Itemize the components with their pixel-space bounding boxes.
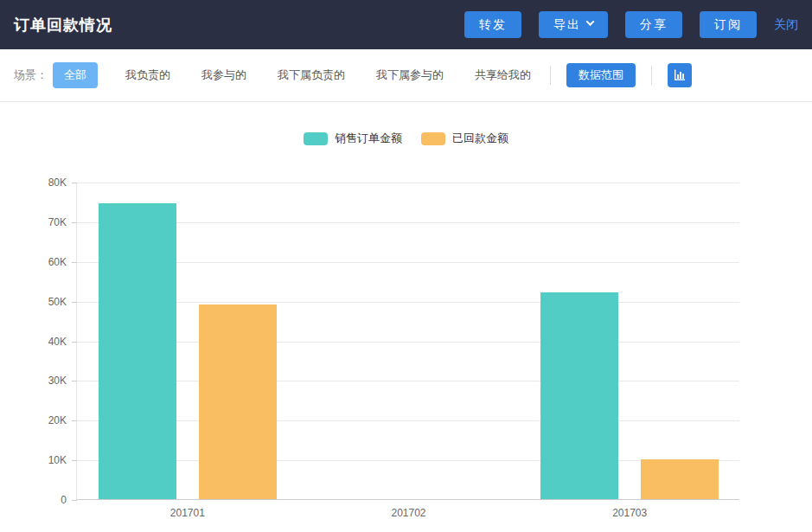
legend-item-received-amount[interactable]: 已回款金额 [421, 131, 508, 146]
scene-tab-3[interactable]: 我下属负责的 [274, 62, 348, 88]
chart-panel: 销售订单金额 已回款金额 010K20K30K40K50K60K70K80K20… [0, 102, 812, 532]
page-title: 订单回款情况 [14, 15, 112, 35]
gridline [77, 342, 739, 343]
gridline [77, 183, 739, 183]
y-axis-tick [72, 381, 77, 381]
gridline [77, 222, 739, 223]
x-axis-label: 201701 [170, 507, 205, 519]
legend-label: 销售订单金额 [335, 131, 402, 146]
forward-button-label: 转发 [479, 17, 507, 33]
bar-201701-received[interactable] [199, 304, 277, 499]
y-axis-label: 60K [48, 256, 67, 268]
y-axis-label: 40K [48, 336, 67, 348]
x-axis-label: 201703 [612, 507, 647, 519]
legend-label: 已回款金额 [452, 131, 508, 146]
bar-chart: 010K20K30K40K50K60K70K80K201701201702201… [76, 183, 739, 500]
y-axis-label: 70K [48, 216, 67, 228]
y-axis-tick [72, 222, 77, 223]
export-button-label: 导出 [553, 17, 581, 33]
scene-tabs: 全部我负责的我参与的我下属负责的我下属参与的共享给我的 [53, 62, 534, 88]
scene-tab-4[interactable]: 我下属参与的 [373, 62, 447, 88]
y-axis-tick [72, 262, 77, 263]
legend-swatch-teal [304, 132, 328, 145]
gridline [77, 302, 739, 303]
export-button[interactable]: 导出 [539, 11, 608, 38]
share-button[interactable]: 分享 [625, 11, 682, 38]
report-window: 订单回款情况 转发 导出 分享 订阅 关闭 场景： 全部我负责的我参与的我下属负… [0, 0, 812, 532]
scene-tab-5[interactable]: 共享给我的 [471, 62, 534, 88]
subscribe-button[interactable]: 订阅 [700, 11, 757, 38]
bar-201701-sales-order[interactable] [99, 203, 176, 499]
chevron-down-icon [586, 17, 595, 26]
bar-chart-icon [673, 68, 687, 82]
y-axis-tick [72, 342, 77, 343]
legend-item-sales-order-amount[interactable]: 销售订单金额 [304, 131, 402, 146]
y-axis-tick [72, 460, 77, 461]
forward-button[interactable]: 转发 [464, 11, 521, 38]
scene-tab-2[interactable]: 我参与的 [198, 62, 250, 88]
data-range-button[interactable]: 数据范围 [566, 63, 636, 87]
bar-201703-received[interactable] [641, 459, 719, 499]
divider [651, 66, 652, 85]
chart-type-button[interactable] [668, 63, 692, 87]
y-axis-label: 0 [61, 494, 67, 506]
y-axis-tick [72, 183, 77, 183]
close-link[interactable]: 关闭 [774, 17, 798, 33]
subscribe-button-label: 订阅 [714, 17, 742, 33]
scene-label: 场景： [14, 67, 48, 83]
bar-201703-sales-order[interactable] [540, 292, 618, 499]
y-axis-label: 80K [48, 176, 67, 189]
scene-tab-1[interactable]: 我负责的 [122, 62, 174, 88]
divider [550, 66, 551, 85]
y-axis-label: 20K [48, 414, 67, 426]
legend-swatch-orange [421, 132, 445, 145]
y-axis-tick [72, 500, 77, 501]
filter-bar: 场景： 全部我负责的我参与的我下属负责的我下属参与的共享给我的 数据范围 [0, 49, 812, 102]
chart-legend: 销售订单金额 已回款金额 [0, 131, 812, 146]
header-actions: 转发 导出 分享 订阅 关闭 [464, 11, 798, 38]
gridline [77, 420, 739, 421]
share-button-label: 分享 [640, 17, 668, 33]
y-axis-tick [72, 420, 77, 421]
y-axis-tick [72, 302, 77, 303]
x-axis-label: 201702 [391, 507, 425, 519]
y-axis-label: 10K [48, 454, 67, 466]
gridline [77, 460, 739, 461]
scene-tab-0[interactable]: 全部 [53, 62, 98, 88]
header: 订单回款情况 转发 导出 分享 订阅 关闭 [0, 0, 812, 49]
y-axis-label: 30K [48, 375, 67, 387]
gridline [77, 381, 739, 381]
gridline [77, 262, 739, 263]
y-axis-label: 50K [48, 296, 67, 308]
